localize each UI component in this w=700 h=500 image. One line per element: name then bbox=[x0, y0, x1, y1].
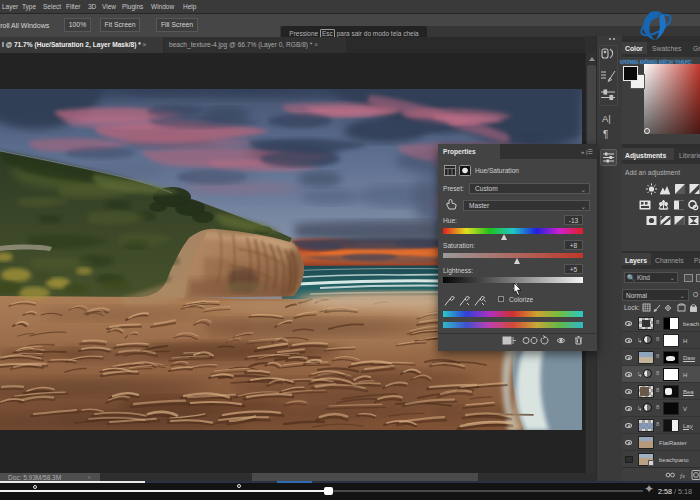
svg-text:fx: fx bbox=[680, 472, 686, 480]
svg-text:A|: A| bbox=[602, 113, 611, 124]
svg-text:¶: ¶ bbox=[603, 129, 608, 140]
